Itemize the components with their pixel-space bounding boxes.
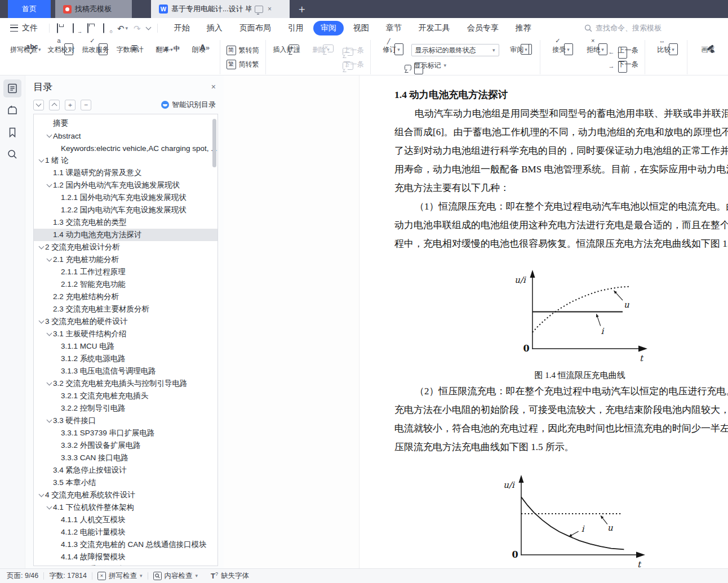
redo-icon[interactable]: ↷ (134, 24, 141, 33)
toc-item[interactable]: 4.1.2 电能计量模块 (34, 526, 217, 539)
menu-tab-审阅[interactable]: 审阅 (313, 21, 344, 35)
menu-tab-章节[interactable]: 章节 (379, 21, 409, 35)
审阅-button[interactable]: 审阅▾ (502, 40, 536, 74)
修订-button[interactable]: ╱修订▾ (375, 40, 409, 74)
close-tab-icon[interactable]: × (267, 5, 273, 13)
翻译-button[interactable]: a↔中翻译▾ (148, 40, 181, 74)
undo-icon[interactable]: ↶▾ (117, 24, 128, 33)
menu-tab-开始[interactable]: 开始 (167, 21, 197, 35)
toc-item[interactable]: 3.5 本章小结 (34, 477, 217, 489)
chevron-down-icon[interactable] (45, 420, 53, 422)
toc-item[interactable]: 3.2 交流充电桩充电插头与控制引导电路 (34, 377, 217, 390)
toc-item[interactable]: 摘要 (34, 117, 217, 130)
toc-item[interactable]: 2.1.2 智能充电功能 (34, 278, 217, 291)
content-check-status[interactable]: 内容检查 ▾ (153, 571, 198, 581)
spellcheck-status[interactable]: × 拼写检查 ▾ (97, 571, 143, 581)
下一条-button[interactable]: →下一条 (341, 60, 364, 69)
toc-item[interactable]: 3.2.1 交流充电桩充电插头 (34, 390, 217, 402)
present-screen-icon[interactable] (255, 6, 263, 13)
toc-item[interactable]: 4.1 下位机软件整体架构 (34, 501, 217, 514)
toc-item[interactable]: 1.2.1 国外电动汽车充电设施发展现状 (34, 192, 217, 204)
export-icon[interactable]: → (72, 24, 81, 33)
tab-template-store[interactable]: 找稿壳模板 (55, 0, 132, 18)
collapse-icon[interactable] (147, 27, 150, 29)
preview-icon[interactable]: ○ (102, 24, 112, 33)
chevron-down-icon[interactable] (45, 184, 53, 186)
toc-item[interactable]: 2.2 充电桩结构分析 (34, 291, 217, 303)
chevron-down-icon[interactable] (37, 159, 45, 162)
menu-tab-页面布局[interactable]: 页面布局 (232, 21, 278, 35)
显示标记-button[interactable]: 显示标记▾ (411, 61, 499, 70)
toc-item[interactable]: 2 交流充电桩设计分析 (34, 241, 217, 253)
toc-item[interactable]: 2.1 充电桩功能分析 (34, 253, 217, 266)
chevron-down-icon[interactable] (45, 382, 53, 385)
command-search[interactable]: 查找命令、搜索模板 (584, 23, 662, 33)
toc-item[interactable]: 3.3.2 外围设备扩展电路 (34, 439, 217, 452)
smart-toc-button[interactable]: 智能识别目录 (161, 100, 216, 110)
接受-button[interactable]: ✓接受▾ (544, 40, 578, 74)
toc-item[interactable]: 3.1 主板硬件结构介绍 (34, 328, 217, 340)
toc-item[interactable]: 3.3.3 CAN 接口电路 (34, 452, 217, 464)
chevron-down-icon[interactable] (45, 259, 53, 261)
toc-item[interactable]: 1 绪 论 (34, 154, 217, 167)
画笔-button[interactable]: 画笔 (691, 40, 725, 74)
toc-item[interactable]: 3.1.2 系统电源电路 (34, 353, 217, 365)
menu-tab-插入[interactable]: 插入 (199, 21, 230, 35)
上一条-button[interactable]: ←上一条 (341, 46, 364, 55)
file-menu-button[interactable]: 文件 (0, 23, 46, 33)
nav-search-icon[interactable] (3, 145, 21, 163)
toc-item[interactable]: 4.1.3 交流充电桩的 CAN 总线通信接口模块 (34, 539, 217, 551)
markup-state-select[interactable]: 显示标记的最终状态▾ (411, 44, 499, 56)
删除-button[interactable]: ×删除▾ (304, 40, 338, 74)
toc-item[interactable]: 3.4 紧急停止按钮设计 (34, 464, 217, 477)
toc-item[interactable]: 4 交流充电桩系统软件设计 (34, 489, 217, 501)
zoom-in-outline-button[interactable]: ＋ (65, 100, 76, 110)
menu-tab-会员专享[interactable]: 会员专享 (460, 21, 506, 35)
插入批注-button[interactable]: +插入批注 (270, 40, 304, 74)
chevron-down-icon[interactable] (37, 321, 45, 323)
nav-annotation-icon[interactable] (3, 101, 21, 119)
document-canvas[interactable]: ▾ 1.4 动力电池充电方法探讨 电动汽车动力电池组是用同类型和同型号的蓄电池用… (224, 75, 728, 568)
menu-tab-引用[interactable]: 引用 (281, 21, 311, 35)
zoom-out-outline-button[interactable]: − (81, 100, 91, 110)
toc-item[interactable]: Abstract (34, 130, 217, 142)
批改服务-button[interactable]: ✓批改服务 (79, 40, 113, 74)
朗读-button[interactable]: A»朗读 (182, 40, 216, 74)
page-indicator[interactable]: 页面: 9/46 (7, 571, 38, 581)
拼写检查-button[interactable]: abc✓拼写检查▾ (7, 40, 44, 74)
nav-toc-icon[interactable] (3, 79, 21, 97)
tab-home[interactable]: 首页 (8, 0, 51, 18)
menu-tab-视图[interactable]: 视图 (346, 21, 376, 35)
expand-all-button[interactable] (33, 100, 44, 110)
下一条-button[interactable]: →下一条 (615, 60, 638, 69)
toc-item[interactable]: 4.1.4 故障报警模块 (34, 551, 217, 563)
toc-item[interactable]: 4.1.1 人机交互模块 (34, 514, 217, 526)
toc-item[interactable]: 1.4 动力电池充电方法探讨 (34, 229, 217, 241)
tab-document[interactable]: W 基于专用电能计...设计 毕业论文 × (151, 0, 290, 18)
toc-item[interactable]: 3.1.1 MCU 电路 (34, 340, 217, 353)
toc-item[interactable]: 3 交流充电桩的硬件设计 (34, 315, 217, 328)
toc-item[interactable]: 3.3 硬件接口 (34, 415, 217, 427)
文档校对-button[interactable]: a文档校对 (45, 40, 78, 74)
chevron-down-icon[interactable] (37, 246, 45, 248)
toc-item[interactable]: 1.1 课题研究的背景及意义 (34, 167, 217, 179)
page-content[interactable]: 1.4 动力电池充电方法探讨 电动汽车动力电池组是用同类型和同型号的蓄电池用串联… (359, 75, 728, 568)
menu-tab-开发工具[interactable]: 开发工具 (411, 21, 458, 35)
missing-font-status[interactable]: T? 缺失字体 (211, 571, 249, 581)
chevron-down-icon[interactable] (37, 494, 45, 496)
chevron-down-icon[interactable] (45, 506, 53, 509)
繁转简-button[interactable]: 简繁转简 (227, 46, 259, 55)
nav-bookmark-icon[interactable] (3, 123, 21, 141)
简转繁-button[interactable]: 繁简转繁 (227, 60, 259, 69)
new-tab-button[interactable]: ＋ (290, 0, 314, 18)
比较-button[interactable]: ↔比较▾ (649, 40, 683, 74)
toc-item[interactable]: 3.2.2 控制导引电路 (34, 402, 217, 415)
toc-scrollbar[interactable] (212, 119, 216, 167)
menu-tab-推荐[interactable]: 推荐 (508, 21, 539, 35)
chevron-down-icon[interactable] (45, 333, 53, 335)
toc-item[interactable]: 4.2 上位机系统软件架构 (34, 563, 217, 566)
word-count-indicator[interactable]: 字数: 17814 (49, 571, 87, 581)
拒绝-button[interactable]: ×拒绝▾ (579, 40, 612, 74)
上一条-button[interactable]: ←上一条 (615, 46, 638, 55)
toc-item[interactable]: 3.3.1 SP3739 串口扩展电路 (34, 427, 217, 439)
